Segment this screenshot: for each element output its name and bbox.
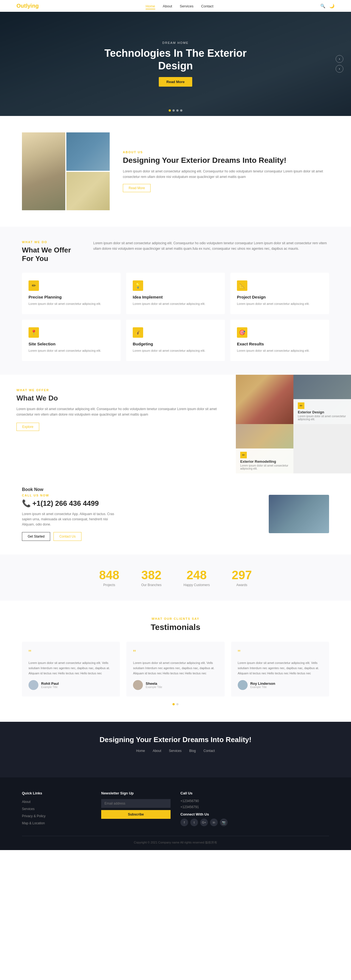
hero-dot-0[interactable]: [169, 110, 171, 111]
author-info: Sheela Example Title: [145, 681, 162, 689]
author-title: Example Title: [145, 686, 162, 689]
navbar: Outlying HomeAboutServicesContact 🔍 🌙: [0, 0, 351, 12]
offer-top: WHAT WE DO What We Offer For You Lorem i…: [22, 240, 329, 263]
cta-nav-link-blog[interactable]: Blog: [189, 749, 196, 753]
offer-card-title: Project Design: [237, 295, 322, 299]
offer-card-icon: 📍: [29, 327, 39, 338]
offer-card-2: 📐 Project Design Lorem ipsum dolor sit a…: [230, 273, 329, 314]
footer-quick-links: Quick Links AboutServicesPrivacy & Polic…: [22, 791, 91, 827]
about-section: ABOUT US Designing Your Exterior Dreams …: [0, 116, 351, 227]
cta-nav-link-services[interactable]: Services: [169, 749, 182, 753]
dark-mode-icon[interactable]: 🌙: [329, 3, 335, 8]
hero-prev-arrow[interactable]: ›: [336, 55, 343, 63]
testimonial-author: Rohit Paul Example Title: [29, 680, 113, 690]
offer-card-title: Idea Implement: [133, 295, 218, 299]
testimonial-text: Lorem ipsum dolor sit amet consectetur a…: [29, 660, 113, 676]
testimonial-dot-1[interactable]: [172, 703, 175, 705]
quote-icon: ": [238, 648, 322, 657]
logo-accent: O: [16, 3, 21, 9]
author-name: Roy Linderson: [250, 681, 275, 686]
footer-links-list: AboutServicesPrivacy & PolicyMap & Locat…: [22, 799, 91, 826]
footer-link-privacy-&-policy[interactable]: Privacy & Policy: [22, 814, 46, 818]
googleplus-icon[interactable]: G+: [200, 819, 208, 826]
testimonial-author: Roy Linderson Example Title: [238, 680, 322, 690]
testimonial-text: Lorem ipsum dolor sit amet consectetur a…: [133, 660, 218, 676]
footer-callus: Call Us +123456790+123456791 Connect Wit…: [180, 791, 250, 827]
cta-nav-link-contact[interactable]: Contact: [203, 749, 215, 753]
stat-label: Happy Customers: [183, 583, 210, 587]
exterior-design-icon: ✏: [298, 402, 305, 409]
whatwedo-body: Lorem ipsum dolor sit amet consectetur a…: [16, 406, 219, 417]
author-avatar: [29, 680, 38, 690]
author-info: Roy Linderson Example Title: [250, 681, 275, 689]
instagram-icon[interactable]: 📷: [220, 819, 228, 826]
cta-nav-link-home[interactable]: Home: [136, 749, 145, 753]
search-icon[interactable]: 🔍: [320, 3, 325, 8]
offer-card-body: Lorem ipsum dolor sit amet consectetur a…: [237, 302, 322, 307]
booknow-phone: 📞+1(12) 266 436 4499: [22, 499, 252, 508]
offer-card-body: Lorem ipsum dolor sit amet consectetur a…: [237, 348, 322, 353]
about-text: ABOUT US Designing Your Exterior Dreams …: [123, 151, 329, 192]
navbar-right: 🔍 🌙: [320, 3, 335, 8]
testimonials-tag: WHAT OUR CLIENTS SAY: [22, 617, 329, 620]
twitter-icon[interactable]: t: [190, 819, 198, 826]
nav-links: HomeAboutServicesContact: [145, 3, 213, 8]
offer-card-icon: ✏: [29, 280, 39, 291]
nav-link-contact[interactable]: Contact: [201, 4, 213, 8]
about-tag: ABOUT US: [123, 151, 329, 154]
offer-card-icon: 💡: [133, 280, 143, 291]
whatwedo-image-colorful: ✏ Exterior Remodelling Lorem ipsum dolor…: [236, 424, 294, 473]
whatwedo-tag: WHAT WE OFFER: [16, 388, 219, 392]
footer-phone: +123456790: [180, 799, 250, 803]
contact-us-button[interactable]: Contact Us: [53, 532, 81, 541]
stat-1: 382 Our Branches: [141, 568, 161, 587]
footer-quick-links-title: Quick Links: [22, 791, 91, 795]
explore-button[interactable]: Explore: [16, 423, 39, 431]
offer-card-4: 💰 Budgeting Lorem ipsum dolor sit amet c…: [126, 320, 225, 361]
nav-link-home[interactable]: Home: [145, 4, 155, 9]
stat-label: Projects: [99, 583, 119, 587]
whatwedo-image-house: ✏ Exterior Design Lorem ipsum dolor sit …: [294, 375, 351, 424]
exterior-remodelling-body: Lorem ipsum dolor sit amet consectetur a…: [240, 464, 289, 470]
exterior-design-label: ✏ Exterior Design Lorem ipsum dolor sit …: [294, 399, 351, 424]
nav-link-about[interactable]: About: [163, 4, 172, 8]
testimonial-dot-2[interactable]: [176, 703, 179, 705]
linkedin-icon[interactable]: in: [210, 819, 218, 826]
stat-number: 848: [99, 568, 119, 582]
get-started-button[interactable]: Get Started: [22, 532, 50, 541]
offer-card-title: Site Selection: [29, 342, 114, 346]
offer-card-icon: 🎯: [237, 327, 247, 338]
footer-link-map-&-location[interactable]: Map & Location: [22, 821, 45, 825]
booknow-title: Book Now: [22, 487, 252, 492]
hero-dot-1[interactable]: [172, 110, 175, 111]
footer-link-services[interactable]: Services: [22, 807, 35, 811]
facebook-icon[interactable]: f: [180, 819, 188, 826]
nav-link-services[interactable]: Services: [180, 4, 194, 8]
hero-dot-3[interactable]: [180, 110, 182, 111]
logo-text: utlying: [21, 3, 39, 9]
footer-grid: Quick Links AboutServicesPrivacy & Polic…: [22, 791, 329, 827]
about-read-more-button[interactable]: Read More: [123, 184, 150, 192]
exterior-remodelling-title: Exterior Remodelling: [240, 460, 289, 463]
stats-section: 848 Projects 382 Our Branches 248 Happy …: [0, 555, 351, 601]
about-image-bottom-right: [66, 172, 110, 210]
footer-link-about[interactable]: About: [22, 800, 30, 804]
hero-read-more-button[interactable]: Read More: [159, 77, 192, 87]
exterior-design-body: Lorem ipsum dolor sit amet consectetur a…: [298, 415, 346, 421]
hero-next-arrow[interactable]: ‹: [336, 65, 343, 73]
hero-dot-2[interactable]: [176, 110, 179, 111]
stat-label: Our Branches: [141, 583, 161, 587]
testimonials-grid: " Lorem ipsum dolor sit amet consectetur…: [22, 642, 329, 697]
footer-newsletter: Newsletter Sign Up Subscribe: [101, 791, 171, 827]
author-avatar: [133, 680, 143, 690]
stat-number: 297: [232, 568, 252, 582]
logo[interactable]: Outlying: [16, 3, 39, 9]
whatwedo-title: What We Do: [16, 394, 219, 402]
cta-nav-link-about[interactable]: About: [153, 749, 161, 753]
about-image-grid: [22, 132, 110, 210]
newsletter-email-input[interactable]: [101, 799, 171, 808]
author-name: Rohit Paul: [41, 681, 59, 686]
subscribe-button[interactable]: Subscribe: [101, 810, 171, 819]
about-image-top-right: [66, 132, 110, 171]
hero-subtitle: DREAM HOME: [99, 41, 252, 45]
